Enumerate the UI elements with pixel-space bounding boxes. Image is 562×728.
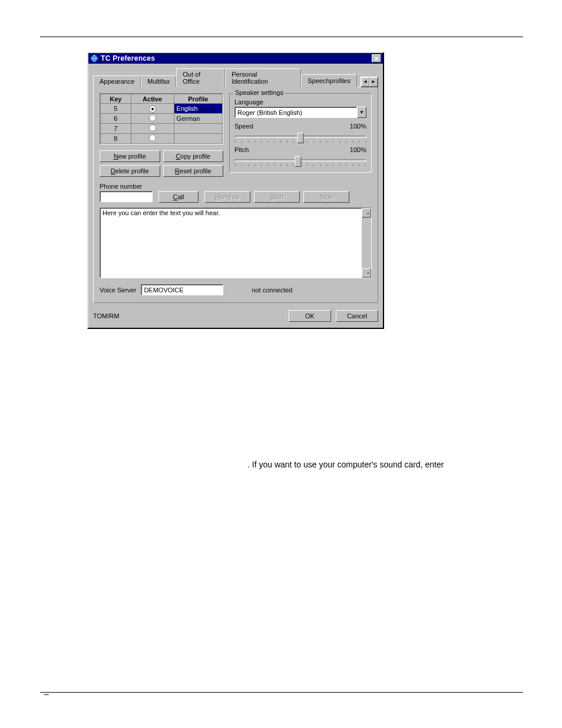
table-row[interactable]: 5 English <box>101 104 223 114</box>
start-button[interactable]: Start <box>254 191 300 203</box>
table-row[interactable]: 6 German <box>101 114 223 124</box>
scroll-rail[interactable] <box>362 218 371 268</box>
cell-profile: English <box>174 104 222 114</box>
phone-label: Phone number <box>100 183 199 190</box>
cancel-button[interactable]: Cancel <box>336 310 378 322</box>
cell-key: 6 <box>101 114 131 124</box>
cell-profile <box>174 124 222 134</box>
slider-thumb[interactable] <box>295 156 301 167</box>
table-row[interactable]: 8 <box>101 134 223 144</box>
tab-label: Out of Office <box>183 71 200 85</box>
radio-icon[interactable] <box>149 114 156 121</box>
voice-server-value[interactable]: DEMOVOICE <box>141 284 223 295</box>
radio-icon[interactable] <box>149 124 156 131</box>
profile-table: Key Active Profile 5 Englis <box>100 93 223 144</box>
cell-active[interactable] <box>131 114 174 124</box>
ok-button[interactable]: OK <box>289 310 331 322</box>
reset-profile-button[interactable]: Reset profile <box>163 165 224 177</box>
tab-label: Appearance <box>100 78 134 85</box>
scrollbar[interactable]: ▲ ▼ <box>362 208 371 278</box>
voice-server-label: Voice Server <box>100 286 136 294</box>
btn-label: OK <box>305 312 315 319</box>
new-profile-button[interactable]: New profile <box>100 150 160 162</box>
cell-key: 5 <box>101 104 131 114</box>
cell-key: 8 <box>101 134 131 144</box>
speed-slider[interactable] <box>234 136 366 138</box>
pitch-slider[interactable] <box>234 159 366 162</box>
cell-active[interactable] <box>131 134 174 144</box>
titlebar: TC Preferences ✕ <box>88 53 383 64</box>
tab-label: Multifax <box>147 78 170 85</box>
cell-profile <box>174 134 222 144</box>
btn-label: Cancel <box>347 312 367 319</box>
phone-input[interactable] <box>100 191 153 202</box>
speech-text-area[interactable]: Here you can enter the text you will hea… <box>100 207 372 278</box>
tab-scroll-left-icon[interactable]: ◄ <box>361 77 369 87</box>
btn-label-rest: eset profile <box>180 167 211 174</box>
slider-thumb[interactable] <box>297 133 304 143</box>
col-key: Key <box>101 94 131 104</box>
speaker-settings-group: Speaker settings Language Roger (British… <box>229 93 372 173</box>
cell-profile: German <box>174 114 222 124</box>
copy-profile-button[interactable]: Copy profile <box>163 150 224 162</box>
radio-icon[interactable] <box>149 106 156 113</box>
header-rule <box>40 37 523 37</box>
tab-label: Personal Identification <box>232 71 268 85</box>
tab-appearance[interactable]: Appearance <box>93 75 141 87</box>
scroll-down-icon[interactable]: ▼ <box>362 268 371 278</box>
speed-percent: 100% <box>350 123 366 130</box>
radio-icon[interactable] <box>149 134 156 141</box>
body-text-fragment: . If you want to use your computer's sou… <box>247 460 444 469</box>
tab-out-of-office[interactable]: Out of Office <box>176 68 225 87</box>
col-profile: Profile <box>174 94 222 104</box>
cell-key: 7 <box>101 124 131 134</box>
chevron-down-icon[interactable]: ▼ <box>357 107 366 118</box>
hangup-button[interactable]: Hang up <box>204 191 250 203</box>
tc-preferences-dialog: TC Preferences ✕ Appearance Multifax Out… <box>87 52 384 329</box>
group-legend: Speaker settings <box>233 89 285 96</box>
pitch-label: Pitch <box>234 146 249 153</box>
col-active: Active <box>131 94 174 104</box>
pitch-percent: 100% <box>350 146 366 153</box>
close-icon[interactable]: ✕ <box>372 54 381 62</box>
table-row[interactable]: 7 <box>101 124 223 134</box>
btn-label-rest: ew profile <box>118 153 146 160</box>
tab-multifax[interactable]: Multifax <box>141 75 176 87</box>
delete-profile-button[interactable]: Delete profile <box>100 165 160 177</box>
stop-button[interactable]: Stop <box>303 191 349 203</box>
voice-server-status: not connected <box>252 286 292 294</box>
tabstrip: Appearance Multifax Out of Office Person… <box>93 68 378 87</box>
call-button[interactable]: Call <box>158 191 199 203</box>
language-value: Roger (British English) <box>234 107 357 118</box>
tab-scroll-right-icon[interactable]: ► <box>369 77 378 87</box>
language-label: Language <box>234 98 366 106</box>
footer-rule <box>40 692 523 693</box>
tab-label: Speechprofiles <box>308 77 351 84</box>
tab-speechprofiles[interactable]: Speechprofiles <box>301 74 357 88</box>
globe-icon <box>90 54 98 62</box>
cell-active[interactable] <box>131 124 174 134</box>
speed-label: Speed <box>234 123 253 130</box>
language-combo[interactable]: Roger (British English) ▼ <box>234 107 366 118</box>
cell-active[interactable] <box>131 104 174 114</box>
footer-id: TOM/RM <box>93 312 119 319</box>
btn-label-rest: elete profile <box>115 167 149 174</box>
window-title: TC Preferences <box>101 54 372 62</box>
speech-text-value[interactable]: Here you can enter the text you will hea… <box>100 208 362 278</box>
tab-personal-identification[interactable]: Personal Identification <box>225 68 301 87</box>
btn-label-rest: opy profile <box>180 153 210 160</box>
footer-dash: – <box>44 689 49 699</box>
scroll-up-icon[interactable]: ▲ <box>362 208 371 218</box>
speechprofiles-panel: Key Active Profile 5 Englis <box>93 87 378 303</box>
tab-scroll: ◄ ► <box>361 77 378 87</box>
